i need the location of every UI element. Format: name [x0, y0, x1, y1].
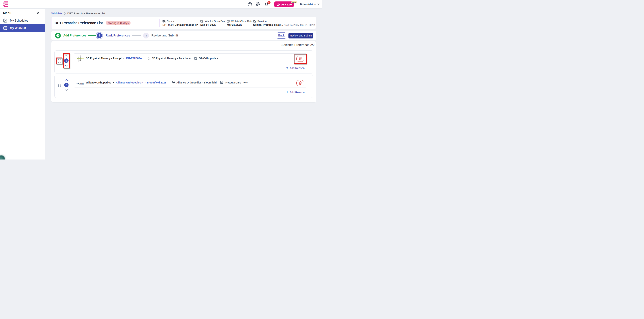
- breadcrumb-wishlists-link[interactable]: Wishlists: [51, 12, 62, 15]
- top-bar: 6 Ask Leo BETA Brian Adkins: [0, 0, 322, 9]
- course-name: Clinical Practice III*: [174, 24, 198, 26]
- location-pin-icon: [148, 57, 150, 60]
- add-reason-link[interactable]: + Add Reason: [286, 66, 304, 70]
- step-3-label[interactable]: Review and Submit: [152, 34, 178, 37]
- books-icon: [162, 20, 166, 23]
- menu-title: Menu: [3, 11, 12, 15]
- closing-badge: Closing in 46 days: [106, 21, 130, 25]
- book-icon: [194, 57, 197, 60]
- preference-card-2: 2 ALLIANCE ORTHOPEDICS Alliance Orthoped…: [54, 75, 313, 98]
- book-icon: [220, 81, 223, 84]
- rank-number: 2: [64, 83, 68, 87]
- divider: [298, 2, 298, 7]
- document-person-icon: [253, 20, 256, 23]
- dot-separator: [113, 82, 114, 83]
- preferences-panel: Selected Preference 2/2 1: [51, 41, 316, 102]
- ask-leo-label: Ask Leo: [281, 3, 292, 6]
- move-down-button[interactable]: [65, 89, 68, 91]
- annotation-box-delete-button: [294, 54, 306, 64]
- location-pin-icon: [172, 81, 175, 84]
- step-3-circle: 3: [143, 33, 149, 39]
- svg-text:ORTHOPEDICS: ORTHOPEDICS: [79, 84, 84, 84]
- drag-handle-icon[interactable]: [58, 84, 60, 87]
- add-reason-link[interactable]: + Add Reason: [286, 91, 304, 94]
- rotation-dates: (Dec 17, 2025 -Mar 31, 2026): [284, 24, 315, 26]
- course-code: DPT 900: [162, 24, 173, 26]
- annotation-box-drag-handle: [56, 58, 62, 64]
- sidebar-item-label: My Wishlist: [10, 27, 26, 30]
- rank-control-2: 2: [64, 79, 69, 91]
- preference-code-link[interactable]: Alliance Orthopedics PT - Bloomfield 202…: [116, 81, 166, 84]
- sidebar-item-label: My Schedules: [10, 19, 28, 22]
- wishlist-header-card: DPT Preactice Preference List Closing in…: [51, 17, 316, 29]
- sidebar-item-my-schedules[interactable]: My Schedules: [0, 17, 45, 24]
- dot-separator: [124, 58, 124, 59]
- rotation-name: Clinical Practice III Rot…: [253, 24, 283, 26]
- preference-code-link[interactable]: INT-E32B82--: [126, 57, 142, 60]
- 3dpt-logo: [77, 55, 84, 62]
- preference-name: 3D Physical Therapy - Prompt: [86, 57, 122, 60]
- plus-icon: +: [286, 66, 288, 70]
- user-name: Brian Adkins: [300, 3, 316, 6]
- step-1-label[interactable]: Add Preferences: [63, 34, 86, 37]
- step-1-done-icon: [55, 33, 61, 39]
- calendar-edit-icon: [3, 19, 7, 23]
- svg-text:ALLIANCE: ALLIANCE: [78, 83, 84, 84]
- plus-icon: +: [286, 90, 288, 94]
- preference-location: Alliance Orthopedics - Bloomfield: [176, 81, 217, 84]
- info-label: Rotation: [258, 20, 266, 23]
- preference-row-1: 3D Physical Therapy - Prompt INT-E32B82-…: [74, 53, 307, 63]
- step-connector: [132, 35, 141, 36]
- delete-preference-button[interactable]: [296, 80, 304, 86]
- step-connector: [88, 35, 96, 36]
- info-label: Wishlist Close Date: [231, 20, 252, 23]
- notification-badge: 6: [268, 1, 270, 4]
- chevron-down-icon: [317, 4, 320, 5]
- course-separator: |: [173, 24, 174, 26]
- calendar-clock-icon: [227, 20, 230, 23]
- preference-row-2: ALLIANCE ORTHOPEDICS Alliance Orthopedic…: [74, 78, 307, 88]
- preference-name: Alliance Orthopedics: [86, 81, 111, 84]
- page-title: DPT Preactice Preference List: [54, 21, 103, 25]
- stepper: Add Preferences 2 Rank Preferences 3 Rev…: [51, 31, 316, 41]
- user-menu[interactable]: Brian Adkins: [300, 0, 320, 9]
- list-icon: [3, 26, 7, 30]
- breadcrumb-current: DPT Preactice Preference List: [67, 12, 105, 15]
- info-label: Course: [167, 20, 175, 23]
- back-button[interactable]: Back: [277, 33, 286, 39]
- preference-category: OP-Orthopedics: [199, 57, 218, 60]
- calendar-clock-icon: [200, 20, 204, 23]
- close-date: Mar 31, 2026: [227, 24, 242, 26]
- info-label: Wishlist Open Date: [205, 20, 226, 23]
- divider: [272, 2, 272, 7]
- breadcrumb-chevron-icon: [64, 12, 66, 15]
- step-2-circle: 2: [96, 32, 103, 39]
- preference-card-1: 1 3D P: [54, 51, 313, 74]
- selected-preference-count: Selected Preference 2/2: [282, 43, 314, 47]
- step-2-label[interactable]: Rank Preferences: [106, 34, 130, 37]
- add-reason-label: Add Reason: [290, 66, 304, 70]
- trash-icon: [299, 81, 302, 85]
- notifications-bell-button[interactable]: 6: [264, 2, 269, 7]
- support-headset-button[interactable]: [256, 2, 260, 7]
- move-up-button[interactable]: [65, 79, 68, 81]
- breadcrumb: Wishlists DPT Preactice Preference List: [51, 11, 316, 16]
- annotation-box-rank-control: [63, 53, 70, 68]
- open-date: Dec 14, 2025: [200, 24, 216, 26]
- help-button[interactable]: [248, 2, 252, 7]
- sidebar-item-my-wishlist[interactable]: My Wishlist: [0, 24, 45, 32]
- review-and-submit-button[interactable]: Review and Submit: [288, 33, 313, 39]
- alliance-orthopedics-logo: ALLIANCE ORTHOPEDICS: [76, 83, 84, 85]
- step-2-number: 2: [97, 33, 102, 38]
- add-reason-label: Add Reason: [290, 91, 304, 94]
- ask-leo-button[interactable]: Ask Leo: [274, 2, 294, 7]
- preference-category-extra: +54: [244, 81, 248, 84]
- divider: [159, 19, 160, 28]
- close-icon[interactable]: [36, 12, 39, 15]
- sidebar: Menu My Schedules My Wishlist: [0, 9, 45, 160]
- preference-location: 3D Physical Therapy - Park Lane: [152, 57, 190, 60]
- preference-category: IP-Acute Care: [225, 81, 241, 84]
- main-area: Wishlists DPT Preactice Preference List …: [45, 9, 322, 160]
- beta-badge: BETA: [291, 1, 297, 3]
- exxat-logo[interactable]: [3, 2, 8, 7]
